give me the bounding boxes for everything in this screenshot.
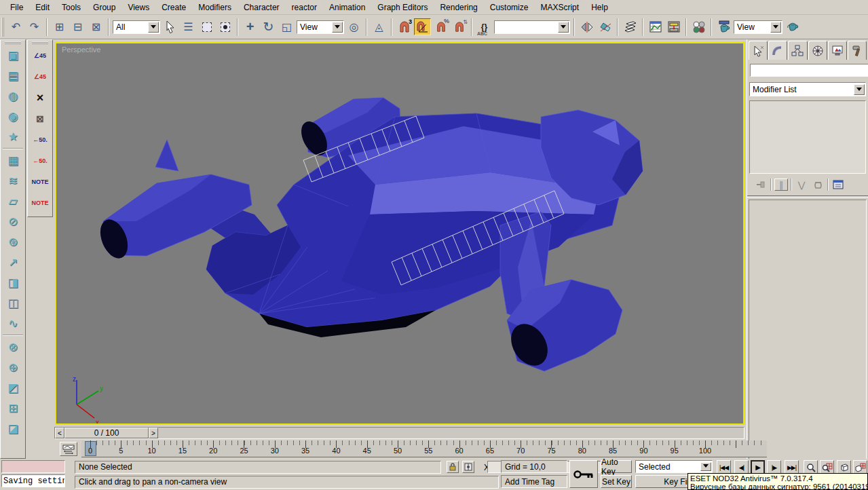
zoom-extents-all-icon[interactable] bbox=[853, 460, 867, 474]
lt-door-icon[interactable]: ◫ bbox=[3, 293, 23, 313]
render-type-dropdown[interactable]: View bbox=[734, 20, 782, 34]
viewport-area[interactable]: Perspective bbox=[54, 41, 746, 426]
tab-create[interactable] bbox=[749, 41, 768, 60]
align-icon[interactable] bbox=[597, 18, 614, 35]
angle-snap-toggle-icon[interactable] bbox=[414, 18, 431, 35]
window-crossing-icon[interactable] bbox=[216, 18, 233, 35]
menu-graph-editors[interactable]: Graph Editors bbox=[371, 1, 434, 14]
modifier-list-dropdown[interactable]: Modifier List bbox=[749, 82, 866, 96]
go-to-start-button[interactable]: |◀◀ bbox=[717, 460, 731, 474]
reference-coordinate-system-dropdown[interactable]: View bbox=[297, 20, 344, 34]
lt-shirt-icon[interactable]: ▤ bbox=[3, 66, 23, 86]
key-filter-dropdown[interactable]: Selected bbox=[635, 460, 713, 473]
render-scene-icon[interactable] bbox=[715, 18, 732, 35]
remove-modifier-icon[interactable] bbox=[811, 178, 825, 191]
schematic-view-icon[interactable] bbox=[665, 18, 682, 35]
zoom-extents-icon[interactable] bbox=[837, 460, 851, 474]
lt-spring-icon[interactable]: ≋ bbox=[3, 171, 23, 191]
lt-gear-icon[interactable]: ⊛ bbox=[3, 232, 23, 252]
dropdown-arrow-icon[interactable] bbox=[700, 462, 711, 471]
menu-reactor[interactable]: reactor bbox=[286, 1, 323, 14]
spinner-snap-toggle-icon[interactable]: ⇅ bbox=[451, 18, 468, 35]
dropdown-arrow-icon[interactable] bbox=[854, 84, 865, 95]
add-time-tag[interactable]: Add Time Tag bbox=[501, 475, 567, 488]
kt-step50-out-icon[interactable]: ←50. bbox=[29, 151, 51, 171]
lt-waves-icon[interactable]: ∿ bbox=[3, 314, 23, 333]
set-key-button[interactable]: Set Key bbox=[601, 475, 632, 488]
percent-snap-toggle-icon[interactable]: % bbox=[432, 18, 449, 35]
tab-motion[interactable] bbox=[808, 41, 827, 60]
perspective-viewport[interactable]: Perspective bbox=[55, 42, 744, 425]
menu-tools[interactable]: Tools bbox=[56, 1, 87, 14]
lt-boxes-icon[interactable]: ▣ bbox=[3, 45, 23, 65]
select-by-name-icon[interactable]: ☰ bbox=[180, 18, 197, 35]
kt-angle45-out-icon[interactable]: ∠45 bbox=[29, 67, 51, 87]
lt-chair-icon[interactable]: ◪ bbox=[3, 419, 23, 438]
go-to-end-button[interactable]: ▶▶| bbox=[785, 460, 799, 474]
rectangular-selection-region-icon[interactable] bbox=[198, 18, 215, 35]
kt-angle45-in-icon[interactable]: ∠45 bbox=[29, 45, 51, 66]
maxscript-listener-line[interactable]: Saving settin bbox=[1, 474, 65, 487]
select-and-rotate-icon[interactable]: ↻ bbox=[260, 18, 277, 35]
kt-delete-icon[interactable]: × bbox=[29, 88, 51, 108]
maxscript-macro-recorder-line[interactable] bbox=[1, 460, 65, 473]
redo-icon[interactable]: ↷ bbox=[26, 18, 43, 35]
object-name-field[interactable] bbox=[750, 64, 868, 77]
make-unique-icon[interactable]: ⋁ bbox=[795, 178, 808, 191]
tab-modify[interactable] bbox=[768, 41, 787, 60]
lt-car-icon[interactable]: ◨ bbox=[3, 273, 23, 293]
selection-lock-icon[interactable] bbox=[447, 461, 459, 473]
lt-ball-icon[interactable]: ◍ bbox=[3, 86, 23, 106]
select-and-move-icon[interactable]: + bbox=[242, 18, 259, 35]
use-pivot-point-center-icon[interactable]: ◎ bbox=[345, 18, 362, 35]
next-frame-playback-button[interactable]: |▶ bbox=[767, 460, 781, 474]
show-end-result-icon[interactable]: ∥ bbox=[774, 178, 788, 191]
dropdown-arrow-icon[interactable] bbox=[332, 22, 343, 33]
dropdown-arrow-icon[interactable] bbox=[770, 22, 781, 33]
zoom-icon[interactable] bbox=[804, 460, 818, 474]
absolute-offset-mode-icon[interactable] bbox=[462, 461, 474, 473]
lt-chain-icon[interactable]: ⊞ bbox=[3, 398, 23, 418]
set-keys-button[interactable] bbox=[569, 460, 598, 488]
lt-figure-icon[interactable]: ⊕ bbox=[3, 358, 23, 377]
lt-knot-icon[interactable]: ⊗ bbox=[3, 337, 23, 357]
selection-filter-dropdown[interactable]: All bbox=[113, 20, 160, 34]
zoom-all-icon[interactable] bbox=[820, 460, 834, 474]
select-and-scale-icon[interactable]: ◱ bbox=[278, 18, 295, 35]
viewport-label[interactable]: Perspective bbox=[62, 45, 100, 54]
layer-manager-icon[interactable] bbox=[622, 18, 639, 35]
menu-maxscript[interactable]: MAXScript bbox=[534, 1, 585, 14]
tab-hierarchy[interactable] bbox=[788, 41, 807, 60]
next-frame-button[interactable]: > bbox=[149, 428, 158, 438]
toolbar-drag-handle[interactable] bbox=[32, 41, 48, 44]
menu-edit[interactable]: Edit bbox=[29, 1, 56, 14]
pin-stack-icon[interactable] bbox=[754, 178, 768, 191]
kt-note-in-icon[interactable]: NOTE bbox=[29, 172, 51, 192]
configure-modifier-sets-icon[interactable] bbox=[831, 178, 845, 191]
auto-key-button[interactable]: Auto Key bbox=[601, 460, 632, 473]
quick-render-icon[interactable] bbox=[784, 18, 801, 35]
undo-icon[interactable]: ↶ bbox=[7, 18, 24, 35]
open-mini-curve-editor-icon[interactable] bbox=[60, 442, 77, 456]
lt-stairs-icon[interactable]: ◩ bbox=[3, 378, 23, 398]
toolbar-drag-handle[interactable] bbox=[1, 18, 4, 37]
dropdown-arrow-icon[interactable] bbox=[558, 22, 569, 33]
toolbar-drag-handle[interactable] bbox=[5, 41, 21, 44]
time-slider-track[interactable]: < 0 / 100 > bbox=[54, 427, 744, 439]
lt-star-icon[interactable]: ★ bbox=[3, 127, 23, 147]
mirror-icon[interactable] bbox=[578, 18, 595, 35]
tab-display[interactable] bbox=[828, 41, 847, 60]
select-and-manipulate-icon[interactable]: ◬ bbox=[371, 18, 388, 35]
previous-frame-playback-button[interactable]: ◀| bbox=[734, 460, 749, 474]
antivirus-notification[interactable]: ESET NOD32 Antivirus™ 7.0.317.4 Вирусные… bbox=[687, 473, 868, 490]
select-object-icon[interactable] bbox=[162, 18, 178, 35]
menu-help[interactable]: Help bbox=[585, 1, 614, 14]
lt-spindle-icon[interactable]: ◉ bbox=[3, 107, 23, 126]
curve-editor-icon[interactable] bbox=[647, 18, 664, 35]
menu-character[interactable]: Character bbox=[238, 1, 286, 14]
modifier-stack-list[interactable] bbox=[749, 100, 866, 174]
snaps-toggle-icon[interactable]: 3 bbox=[396, 18, 413, 35]
kt-hammer-icon[interactable]: ⊠ bbox=[29, 109, 51, 129]
menu-modifiers[interactable]: Modifiers bbox=[192, 1, 238, 14]
edit-named-selection-sets-icon[interactable]: {} ABC bbox=[476, 18, 493, 35]
